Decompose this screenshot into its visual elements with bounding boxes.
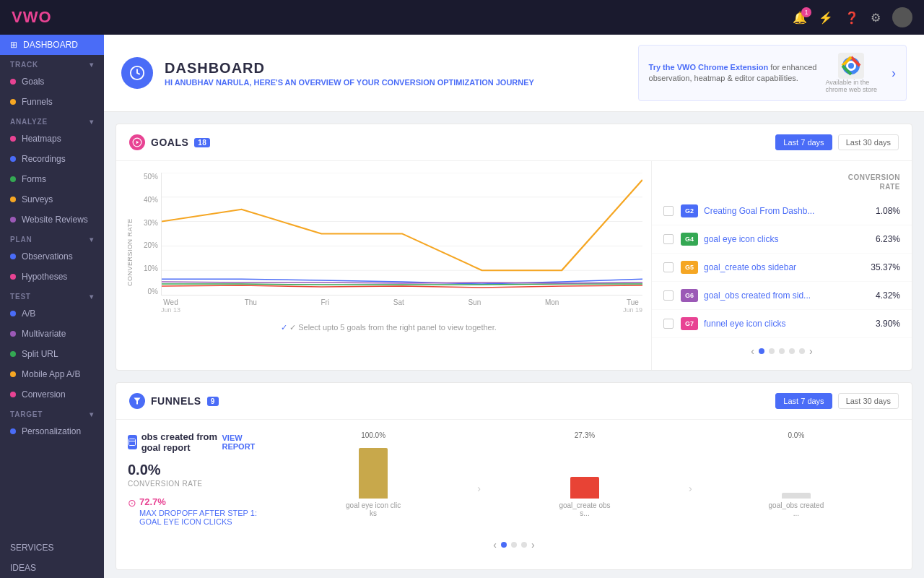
goal-name-5[interactable]: funnel eye icon clicks	[704, 319, 870, 329]
recordings-dot	[10, 156, 16, 162]
goal-name-1[interactable]: Creating Goal From Dashb...	[704, 206, 870, 216]
sidebar-item-personalization[interactable]: Personalization	[0, 421, 104, 441]
page-dot-4[interactable]	[789, 348, 795, 354]
funnels-title-text: FUNNELS	[151, 395, 201, 407]
funnel-step-2: 27.3% goal_create obs s...	[481, 431, 689, 517]
multivariate-dot	[10, 331, 16, 337]
sidebar-group-test[interactable]: TEST ▾	[0, 287, 104, 303]
conversion-dot	[10, 392, 16, 397]
sidebar-item-services[interactable]: SERVICES	[0, 538, 104, 558]
sidebar-item-split-url[interactable]: Split URL	[0, 344, 104, 364]
page-dot-5[interactable]	[799, 348, 805, 354]
funnel-step-1-bar-area	[269, 441, 477, 499]
sidebar-item-surveys[interactable]: Surveys	[0, 189, 104, 210]
plan-chevron: ▾	[90, 236, 94, 243]
main-content: DASHBOARD HI ANUBHAV NARULA, HERE'S AN O…	[104, 35, 924, 578]
sidebar-item-ab[interactable]: A/B	[0, 303, 104, 324]
chart-x-sat: Sat	[393, 298, 404, 306]
funnel-dot-2[interactable]	[511, 542, 517, 548]
goals-header-actions: Last 7 days Last 30 days	[775, 134, 899, 150]
goal-item-2[interactable]: G4 goal eye icon clicks 6.23%	[652, 225, 912, 254]
funnel-conversion-label: CONVERSION RATE	[128, 480, 258, 488]
cta-link[interactable]: Try the VWO Chrome Extension	[649, 63, 769, 72]
page-dot-3[interactable]	[779, 348, 785, 354]
funnel-next-arrow[interactable]: ›	[531, 539, 535, 551]
view-report-link[interactable]: VIEW REPORT	[222, 434, 258, 451]
sidebar-item-observations[interactable]: Observations	[0, 246, 104, 267]
goal-item-3[interactable]: G5 goal_create obs sidebar 35.37%	[652, 254, 912, 282]
funnels-dot	[10, 99, 16, 105]
sidebar-item-label: Mobile App A/B	[22, 369, 80, 379]
page-dot-2[interactable]	[769, 348, 775, 354]
goal-checkbox-1[interactable]	[663, 206, 674, 216]
funnel-dot-1[interactable]	[501, 542, 507, 548]
sidebar-item-hypotheses[interactable]: Hypotheses	[0, 267, 104, 287]
chart-x-wed: WedJun 13	[161, 298, 180, 314]
goal-tag-g4: G4	[681, 233, 698, 246]
funnels-card-title: FUNNELS 9	[129, 393, 219, 409]
sidebar-item-forms[interactable]: Forms	[0, 169, 104, 189]
sidebar-item-goals[interactable]: Goals	[0, 72, 104, 92]
topbar: VWO 🔔1 ⚡ ❓ ⚙	[0, 0, 924, 35]
avatar[interactable]	[892, 7, 912, 27]
prev-page-arrow[interactable]: ‹	[751, 345, 754, 357]
chart-y-10: 10%	[144, 264, 158, 272]
track-label: TRACK	[10, 61, 38, 69]
goal-name-2[interactable]: goal eye icon clicks	[704, 234, 870, 244]
goal-name-4[interactable]: goal_obs created from sid...	[704, 290, 870, 301]
activity-icon[interactable]: ⚡	[819, 11, 833, 25]
funnel-report-icon	[128, 435, 137, 449]
target-label: TARGET	[10, 410, 43, 418]
help-icon[interactable]: ❓	[845, 11, 859, 25]
next-page-arrow[interactable]: ›	[809, 345, 813, 357]
topbar-icons: 🔔1 ⚡ ❓ ⚙	[793, 7, 912, 27]
sidebar-item-label: DASHBOARD	[23, 40, 78, 50]
goal-checkbox-5[interactable]	[663, 319, 674, 329]
goal-checkbox-4[interactable]	[663, 290, 674, 301]
dropoff-label: MAX DROPOFF AFTER STEP 1:	[139, 509, 257, 517]
chart-xaxis: WedJun 13 Thu Fri Sat Sun Mon TueJun	[161, 296, 642, 317]
funnel-step-1: 100.0% goal eye icon clicks	[269, 431, 477, 517]
funnel-dot-3[interactable]	[521, 542, 527, 548]
sidebar-item-multivariate[interactable]: Multivariate	[0, 324, 104, 344]
sidebar: ⊞ DASHBOARD TRACK ▾ Goals Funnels ANALYZ…	[0, 35, 104, 578]
sidebar-group-analyze[interactable]: ANALYZE ▾	[0, 112, 104, 129]
funnels-card: FUNNELS 9 Last 7 days Last 30 days	[116, 382, 912, 570]
sidebar-item-funnels[interactable]: Funnels	[0, 92, 104, 112]
goal-item-4[interactable]: G6 goal_obs created from sid... 4.32%	[652, 282, 912, 310]
goals-period-7days[interactable]: Last 7 days	[775, 134, 832, 150]
sidebar-item-recordings[interactable]: Recordings	[0, 149, 104, 169]
sidebar-item-label: Split URL	[22, 349, 58, 359]
dropoff-pct: 72.7%	[139, 496, 166, 507]
sidebar-group-target[interactable]: TARGET ▾	[0, 405, 104, 421]
funnel-dropoff: ⊙ 72.7% MAX DROPOFF AFTER STEP 1: GOAL E…	[128, 496, 258, 526]
sidebar-group-plan[interactable]: PLAN ▾	[0, 230, 104, 246]
notification-icon[interactable]: 🔔1	[793, 11, 807, 25]
page-dot-1[interactable]	[759, 348, 764, 354]
goal-name-3[interactable]: goal_create obs sidebar	[704, 262, 865, 272]
funnel-name-text: obs created from goal report	[141, 431, 222, 453]
goal-item-5[interactable]: G7 funnel eye icon clicks 3.90%	[652, 310, 912, 338]
goal-checkbox-2[interactable]	[663, 234, 674, 244]
goal-item-1[interactable]: G2 Creating Goal From Dashb... 1.08%	[652, 197, 912, 225]
goal-checkbox-3[interactable]	[663, 262, 674, 272]
sidebar-item-mobile-app-ab[interactable]: Mobile App A/B	[0, 364, 104, 384]
page-header-text: DASHBOARD HI ANUBHAV NARULA, HERE'S AN O…	[165, 60, 534, 87]
sidebar-item-ideas[interactable]: IDEAS	[0, 558, 104, 578]
sidebar-item-dashboard[interactable]: ⊞ DASHBOARD	[0, 35, 104, 55]
funnels-period-30days[interactable]: Last 30 days	[838, 393, 899, 409]
sidebar-item-conversion[interactable]: Conversion	[0, 384, 104, 405]
sidebar-group-track[interactable]: TRACK ▾	[0, 55, 104, 72]
goals-period-30days[interactable]: Last 30 days	[838, 134, 899, 150]
forms-dot	[10, 176, 16, 182]
funnel-pagination: ‹ ›	[128, 532, 900, 558]
settings-icon[interactable]: ⚙	[871, 11, 881, 25]
dropoff-icon: ⊙	[128, 497, 136, 509]
cta-arrow-icon[interactable]: ›	[892, 66, 896, 81]
chart-x-mon: Mon	[545, 298, 559, 306]
sidebar-item-heatmaps[interactable]: Heatmaps	[0, 129, 104, 149]
sidebar-item-website-reviews[interactable]: Website Reviews	[0, 210, 104, 230]
funnels-period-7days[interactable]: Last 7 days	[775, 393, 832, 409]
goals-card-title: GOALS 18	[129, 134, 210, 150]
funnel-prev-arrow[interactable]: ‹	[493, 539, 497, 551]
